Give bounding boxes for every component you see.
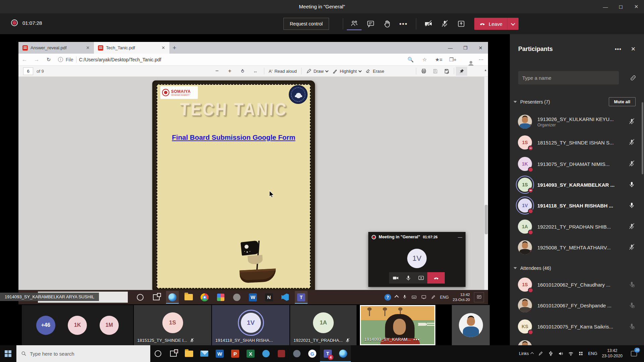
- url-box[interactable]: i File C:/Users/aryak/Desktop/Tech_Tanic…: [58, 57, 161, 63]
- file-explorer-button[interactable]: [181, 345, 197, 362]
- maximize-button[interactable]: ◻: [613, 0, 629, 13]
- attendees-section-header[interactable]: Attendees (46): [518, 265, 636, 271]
- video-tile[interactable]: 1S 1815125_TY_SHINDE I...: [134, 305, 211, 345]
- refresh-button[interactable]: ↻: [43, 57, 55, 63]
- speaker-tray-icon[interactable]: [558, 351, 564, 356]
- print-button[interactable]: [418, 67, 429, 76]
- presenters-section-header[interactable]: Presenters (7) Mute all: [518, 97, 636, 106]
- participant-row[interactable]: 1S 1914093_SY_KARAMBELKAR ...: [510, 174, 644, 195]
- participant-search-input[interactable]: [518, 71, 619, 84]
- cortana-button[interactable]: [150, 345, 166, 362]
- mic-disabled-icon[interactable]: [628, 281, 635, 288]
- pip-hangup-button[interactable]: [427, 272, 445, 284]
- pdf-scrollbar[interactable]: [484, 77, 488, 290]
- language-label[interactable]: ENG: [588, 351, 597, 356]
- tab-tech-tanic[interactable]: Tech_Tanic.pdf ✕: [94, 42, 169, 54]
- links-toolbar[interactable]: Links: [519, 351, 533, 356]
- favorite-star-icon[interactable]: ☆: [418, 57, 432, 63]
- participant-row[interactable]: 1S 1815125_TY_SHINDE ISHAN S...: [510, 132, 644, 153]
- highlight-button[interactable]: Highlight: [331, 67, 363, 76]
- pip-camera-button[interactable]: [389, 272, 402, 284]
- participant-bubble[interactable]: 1K: [68, 316, 87, 335]
- google-form-link[interactable]: Final Board Submission Google Form: [152, 133, 315, 141]
- mic-disabled-icon[interactable]: [628, 302, 635, 309]
- browser-restore-button[interactable]: ❐: [458, 42, 473, 54]
- panel-more-button[interactable]: •••: [615, 46, 631, 52]
- mic-on-icon[interactable]: [628, 202, 635, 209]
- more-participants-bubble[interactable]: +46: [36, 316, 55, 335]
- google-button[interactable]: G: [305, 345, 320, 362]
- pdf-viewport[interactable]: SOMAIYA VIDYAVIHAR UNIVERSITY TECH TANIC…: [18, 77, 488, 290]
- save-button[interactable]: [429, 67, 441, 76]
- video-tile[interactable]: [452, 305, 490, 345]
- pip-minimize-button[interactable]: ―: [458, 235, 462, 240]
- browser-menu-button[interactable]: ⋯: [474, 57, 488, 63]
- video-tile[interactable]: 1V 1914118_SY_SHAH RISHA...: [212, 305, 289, 345]
- participant-row[interactable]: 1A 1922021_TY_PRADHAN SHIB...: [510, 216, 644, 237]
- start-button[interactable]: [0, 345, 16, 362]
- mic-muted-icon[interactable]: [628, 160, 635, 167]
- participant-bubble[interactable]: 1M: [100, 316, 119, 335]
- share-screen-button[interactable]: [454, 17, 469, 30]
- participant-row[interactable]: 16010120067_FY_Deshpande ...: [510, 295, 644, 316]
- action-center-button[interactable]: 28: [627, 345, 641, 362]
- camera-toggle-button[interactable]: [421, 17, 436, 30]
- taskbar-clock[interactable]: 13:42 23-10-2020: [602, 348, 623, 359]
- participant-row[interactable]: 1913026_SY_KULKARNI KEYU... Organizer: [510, 111, 644, 132]
- teams-button[interactable]: T 4: [320, 345, 335, 362]
- read-aloud-button[interactable]: Aʹ Read aloud: [267, 67, 298, 76]
- minimize-button[interactable]: ―: [598, 0, 613, 13]
- grid-tray-icon[interactable]: [578, 351, 584, 356]
- zoom-icon[interactable]: 🔍: [404, 57, 418, 63]
- pip-mic-button[interactable]: [402, 272, 415, 284]
- raise-hand-button[interactable]: [380, 17, 394, 30]
- discord-button[interactable]: [289, 345, 305, 362]
- copy-invite-link-button[interactable]: [630, 74, 637, 83]
- info-icon[interactable]: i: [58, 57, 63, 62]
- meeting-pip-window[interactable]: Meeting in "General" 01:07:26 ― 1V: [368, 232, 466, 287]
- close-button[interactable]: ✕: [629, 0, 644, 13]
- more-actions-button[interactable]: •••: [396, 17, 411, 30]
- favorites-list-icon[interactable]: ★≡: [432, 57, 446, 63]
- browser-minimize-button[interactable]: ―: [443, 42, 458, 54]
- collections-icon[interactable]: ❐+: [446, 57, 460, 63]
- fit-width-button[interactable]: ↔: [250, 67, 261, 76]
- participant-row[interactable]: 1925008_TY_MEHTA ATHARV...: [510, 237, 644, 258]
- mic-muted-icon[interactable]: [628, 118, 635, 125]
- zoom-out-button[interactable]: −: [211, 67, 223, 76]
- zoom-in-button[interactable]: +: [224, 67, 235, 76]
- participant-row[interactable]: [510, 337, 644, 345]
- mic-muted-icon[interactable]: [628, 139, 635, 146]
- panel-scrollbar[interactable]: [642, 102, 643, 174]
- participant-row[interactable]: KS 16010120075_FY_Karra Saikris...: [510, 316, 644, 337]
- mic-on-icon[interactable]: [628, 181, 635, 188]
- active-webcam-tile[interactable]: 1914093_SY_KARAM... •••: [360, 305, 435, 345]
- chevron-down-icon[interactable]: [358, 69, 362, 72]
- skype-button[interactable]: [258, 345, 274, 362]
- overflow-participants-tile[interactable]: +46 1K 1M: [22, 305, 133, 345]
- network-tray-icon[interactable]: [568, 351, 574, 356]
- participants-toggle-button[interactable]: [347, 17, 362, 30]
- scrollbar-thumb[interactable]: [485, 205, 488, 234]
- erase-button[interactable]: Erase: [364, 67, 386, 76]
- tab-answer-reveal[interactable]: Answer_reveal.pdf ✕: [18, 42, 94, 54]
- pen-tray-icon[interactable]: [538, 351, 543, 356]
- draw-button[interactable]: Draw: [305, 67, 329, 76]
- mic-disabled-icon[interactable]: [628, 323, 635, 330]
- tile-menu-icon[interactable]: •••: [413, 337, 420, 342]
- tab-close-icon[interactable]: ✕: [161, 45, 166, 50]
- leave-options-button[interactable]: [507, 18, 519, 30]
- participant-row[interactable]: 1S 16010120062_FY_Chaudhary ...: [510, 274, 644, 295]
- mic-muted-icon[interactable]: [628, 244, 635, 251]
- participant-row[interactable]: 1K 1913075_SY_DHAMAT NIMIS...: [510, 154, 644, 174]
- request-control-button[interactable]: Request control: [283, 18, 329, 30]
- save-as-button[interactable]: [441, 67, 452, 76]
- edge-button[interactable]: [335, 345, 351, 362]
- task-view-button[interactable]: [166, 345, 181, 362]
- mic-toggle-button[interactable]: [437, 17, 452, 30]
- rotate-button[interactable]: ⥁: [237, 67, 248, 76]
- mic-muted-icon[interactable]: [628, 223, 635, 230]
- panel-close-button[interactable]: ✕: [631, 46, 636, 53]
- back-button[interactable]: ←: [18, 56, 31, 63]
- new-tab-button[interactable]: +: [169, 42, 179, 54]
